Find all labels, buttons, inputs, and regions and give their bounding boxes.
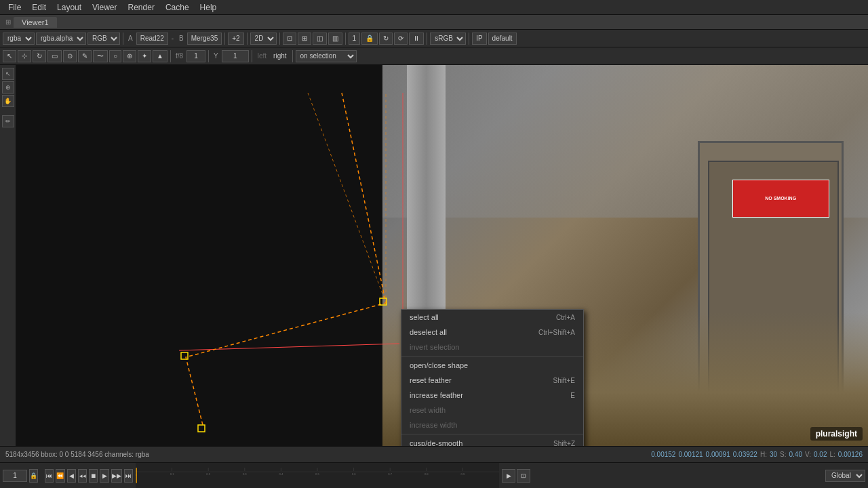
- output-colorspace[interactable]: sRGB: [430, 33, 466, 45]
- ctx-cusp-desmooth[interactable]: cusp/de-smooth Shift+Z: [401, 436, 583, 446]
- skip-end-btn[interactable]: ⏭: [124, 469, 133, 483]
- input-a-btn[interactable]: Read22: [136, 33, 168, 45]
- ctx-increase-feather-shortcut: E: [570, 392, 575, 399]
- clone-tool[interactable]: ⊕: [123, 50, 136, 62]
- refresh-btn[interactable]: ↻: [379, 33, 393, 45]
- compare-icon[interactable]: ◫: [313, 33, 327, 45]
- timeline-frame-input[interactable]: [3, 470, 27, 482]
- frame-label: f/8: [174, 52, 185, 60]
- menu-viewer[interactable]: Viewer: [87, 1, 122, 14]
- bspline-tool[interactable]: 〜: [93, 50, 108, 62]
- menu-help[interactable]: Help: [195, 1, 222, 14]
- timeline-extra-btn2[interactable]: ⊡: [517, 469, 530, 483]
- input-b-label: B: [177, 35, 186, 42]
- menu-edit[interactable]: Edit: [26, 1, 52, 14]
- rotate-tool[interactable]: ↻: [33, 50, 46, 62]
- stop-btn[interactable]: ⏹: [89, 469, 98, 483]
- next-frame-btn[interactable]: ▶▶: [111, 469, 122, 483]
- timeline: 🔒 ⏮ ⏪ ◀ ◂◂ ⏹ ▶ ▶▶ ⏭ 0 0.1 0.2 0.3 0.4 0.…: [0, 462, 868, 488]
- svg-text:0.5: 0.5: [315, 472, 319, 476]
- rev-play-btn[interactable]: ◂◂: [78, 469, 87, 483]
- timeline-extra-btn1[interactable]: ▶: [502, 469, 515, 483]
- alpha-select[interactable]: rgba.alpha: [36, 33, 86, 45]
- ctx-increase-width-label: increase width: [410, 421, 457, 429]
- menu-layout[interactable]: Layout: [52, 1, 87, 14]
- sep8: [170, 50, 171, 62]
- fit-icon[interactable]: ⊡: [283, 33, 296, 45]
- colorspace-select[interactable]: RGB: [87, 33, 120, 45]
- left-label: left: [255, 52, 269, 60]
- input-a-label: A: [126, 35, 135, 42]
- ctx-increase-feather-label: increase feather: [410, 391, 463, 399]
- lock-timeline-btn[interactable]: 🔒: [29, 469, 38, 483]
- channel-select[interactable]: rgba: [3, 33, 35, 45]
- play-btn[interactable]: ▶: [100, 469, 108, 483]
- ctx-increase-feather[interactable]: increase feather E: [401, 388, 583, 403]
- reset-btn[interactable]: ⟳: [394, 33, 408, 45]
- wipe-icon[interactable]: ▥: [328, 33, 342, 45]
- ctx-reset-width-label: reset width: [410, 406, 446, 414]
- pen-tool-left[interactable]: ✏: [2, 115, 14, 127]
- timeline-controls-left: 🔒 ⏮ ⏪ ◀ ◂◂ ⏹ ▶ ▶▶ ⏭: [0, 469, 136, 483]
- x-input[interactable]: [222, 50, 249, 62]
- left-toolbar: ↖ ⊕ ✋ ✏: [0, 65, 16, 446]
- svg-text:0.6: 0.6: [352, 472, 356, 476]
- ctx-deselect-all[interactable]: deselect all Ctrl+Shift+A: [401, 325, 583, 340]
- ip-btn[interactable]: IP: [472, 33, 486, 45]
- viewer-tab[interactable]: Viewer1: [14, 17, 57, 28]
- sep5: [345, 33, 346, 45]
- select-tool[interactable]: ↖: [3, 50, 16, 62]
- frame-input[interactable]: [186, 50, 205, 62]
- ctx-select-all[interactable]: select all Ctrl+A: [401, 310, 583, 325]
- timeline-ruler[interactable]: 0 0.1 0.2 0.3 0.4 0.5 0.6 0.7 0.8 0.9: [136, 463, 499, 488]
- statusbar: 5184x3456 bbox: 0 0 5184 3456 channels: …: [0, 446, 868, 462]
- frame-display[interactable]: 1: [349, 33, 361, 45]
- ctx-open-close-shape[interactable]: open/close shape: [401, 358, 583, 373]
- input-b-btn[interactable]: Merge35: [187, 33, 222, 45]
- on-selection-select[interactable]: on selection: [296, 50, 357, 62]
- bezier-tool[interactable]: ✎: [78, 50, 92, 62]
- global-dropdown[interactable]: Global: [825, 470, 865, 482]
- watermark: pluralsight: [810, 427, 863, 441]
- paint-tool[interactable]: ▲: [153, 50, 167, 62]
- ctx-increase-width: increase width: [401, 418, 583, 432]
- main-area: ↖ ⊕ ✋ ✏ NO SMOKING: [0, 65, 868, 446]
- ctx-reset-feather-label: reset feather: [410, 376, 452, 384]
- sep4: [279, 33, 280, 45]
- sep6: [427, 33, 427, 45]
- ctx-reset-feather[interactable]: reset feather Shift+E: [401, 373, 583, 388]
- menu-file[interactable]: File: [3, 1, 26, 14]
- grid-icon[interactable]: ⊞: [298, 33, 311, 45]
- arrow-tool-left[interactable]: ↖: [2, 68, 14, 80]
- transform-tool-left[interactable]: ⊕: [2, 81, 14, 94]
- prev-frame-btn[interactable]: ◀: [67, 469, 76, 483]
- brush-tool[interactable]: ○: [109, 50, 121, 62]
- default-btn[interactable]: default: [488, 33, 517, 45]
- menu-render[interactable]: Render: [123, 1, 160, 14]
- dark-area: [16, 65, 382, 446]
- toolbar1: rgba rgba.alpha RGB A Read22 - B Merge35…: [0, 30, 868, 47]
- svg-text:0.3: 0.3: [243, 472, 247, 476]
- ctx-sep1: [401, 356, 583, 357]
- hand-tool-left[interactable]: ✋: [2, 95, 14, 107]
- sep1: [123, 33, 123, 45]
- ctx-deselect-all-shortcut: Ctrl+Shift+A: [538, 329, 575, 336]
- wand-tool[interactable]: ✦: [138, 50, 151, 62]
- gain-btn[interactable]: +2: [228, 33, 243, 45]
- lock-btn[interactable]: 🔒: [361, 33, 378, 45]
- mask-rect-tool[interactable]: ▭: [47, 50, 62, 62]
- mask-ellipse-tool[interactable]: ⊙: [63, 50, 77, 62]
- menu-cache[interactable]: Cache: [160, 1, 195, 14]
- transform-tool[interactable]: ⊹: [18, 50, 31, 62]
- sep2: [224, 33, 225, 45]
- prev-keyframe-btn[interactable]: ⏪: [56, 469, 64, 483]
- pause-btn[interactable]: ⏸: [409, 33, 424, 45]
- display-select[interactable]: 2D 3D: [250, 33, 277, 45]
- sep3: [247, 33, 248, 45]
- ctx-reset-feather-shortcut: Shift+E: [553, 377, 575, 384]
- sep11: [292, 50, 293, 62]
- viewport[interactable]: NO SMOKING pluralsight s: [16, 65, 868, 446]
- svg-text:0.2: 0.2: [206, 472, 210, 476]
- skip-start-btn[interactable]: ⏮: [45, 469, 54, 483]
- context-menu: select all Ctrl+A deselect all Ctrl+Shif…: [401, 309, 584, 446]
